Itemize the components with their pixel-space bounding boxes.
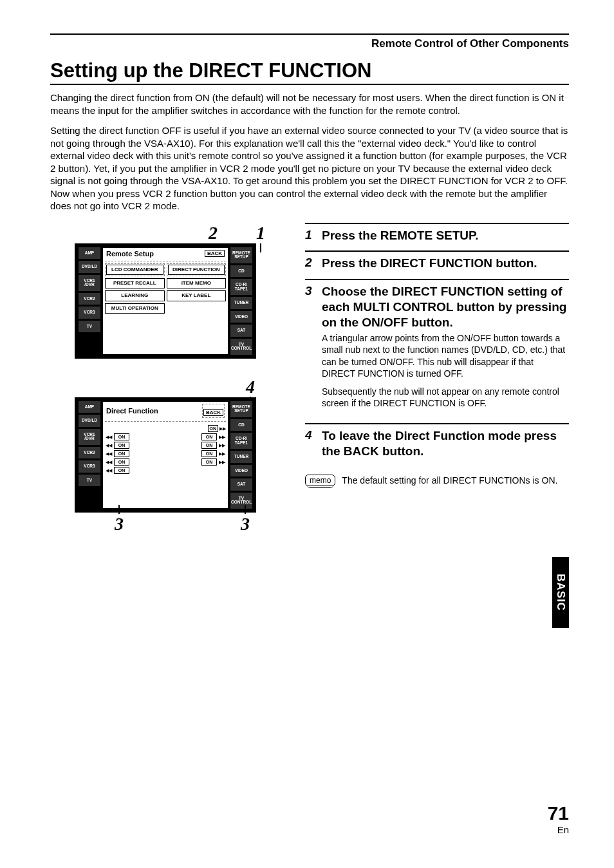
label-dvd-ld-2: DVD/LD — [79, 415, 100, 427]
nav-right[interactable]: ▶▶ — [218, 460, 226, 464]
label-amp-2: AMP — [79, 401, 100, 413]
nav-right[interactable]: ▶▶ — [218, 443, 226, 448]
on-toggle[interactable]: ON — [201, 433, 217, 440]
step-num-1: 1 — [305, 228, 317, 243]
on-toggle[interactable]: ON — [201, 458, 217, 466]
callout-3b: 3 — [241, 514, 250, 534]
back-button[interactable]: BACK — [205, 250, 225, 257]
remote-setup-diagram: AMP DVD/LD VCR1 /DVR VCR2 VCR3 TV Remote… — [75, 243, 256, 359]
page-lang: En — [557, 824, 569, 835]
screen1-title: Remote Setup — [106, 250, 154, 258]
chapter-heading: Remote Control of Other Components — [50, 33, 569, 50]
page-title: Setting up the DIRECT FUNCTION — [50, 59, 569, 85]
step-2: 2 Press the DIRECT FUNCTION button. — [305, 250, 569, 278]
label-tv-control: TV CONTROL — [230, 339, 252, 355]
on-toggle[interactable]: ON — [114, 458, 129, 466]
label-sat: SAT — [230, 325, 252, 337]
label-tv: TV — [79, 321, 100, 333]
label-video-2: VIDEO — [230, 465, 252, 477]
intro-para-1: Changing the direct function from ON (th… — [50, 91, 569, 117]
label-cdr-tape1: CD-R/ TAPE1 — [230, 279, 252, 295]
on-toggle[interactable]: ON — [114, 433, 129, 440]
label-amp: AMP — [79, 247, 100, 259]
nav-left[interactable]: ◀◀ — [105, 435, 113, 439]
step-head-1: Press the REMOTE SETUP. — [322, 228, 479, 243]
intro-text: Changing the direct function from ON (th… — [50, 91, 569, 212]
btn-preset-recall[interactable]: PRESET RECALL — [105, 278, 165, 288]
nav-left[interactable]: ◀◀ — [105, 451, 113, 456]
nav-left[interactable]: ◀◀ — [105, 443, 113, 448]
page-number: 71 — [548, 802, 569, 824]
step-3: 3 Choose the DIRECT FUNCTION setting of … — [305, 279, 569, 422]
on-toggle[interactable]: ON — [201, 442, 217, 449]
btn-multi-operation[interactable]: MULTI OPERATION — [105, 303, 165, 314]
label-vcr3: VCR3 — [79, 307, 100, 319]
memo-text: The default setting for all DIRECT FUNCT… — [342, 475, 557, 486]
callout-2: 2 — [209, 223, 218, 243]
nav-left[interactable]: ◀◀ — [105, 468, 113, 473]
label-tuner: TUNER — [230, 297, 252, 309]
screen2-title: Direct Function — [106, 407, 158, 415]
back-button-2[interactable]: BACK — [203, 409, 223, 416]
nav-right[interactable]: ▶▶ — [218, 435, 226, 439]
label-tv-control-2: TV CONTROL — [230, 493, 252, 509]
btn-key-label[interactable]: KEY LABEL — [167, 290, 227, 301]
nav-right[interactable]: ▶▶ — [218, 451, 226, 456]
callout-4: 4 — [246, 377, 255, 397]
label-vcr2: VCR2 — [79, 293, 100, 305]
label-tv-2: TV — [79, 475, 100, 487]
on-toggle[interactable]: ON — [114, 450, 129, 457]
intro-para-2: Setting the direct function OFF is usefu… — [50, 124, 569, 212]
figure-remote-setup: 2 1 AMP DVD/LD VCR1 /DVR VCR2 VCR3 TV — [75, 223, 287, 359]
label-cd: CD — [230, 265, 252, 278]
label-tuner-2: TUNER — [230, 451, 252, 463]
callout-1: 1 — [256, 223, 265, 243]
memo-icon: memo — [305, 475, 335, 486]
nav-right[interactable]: ▶▶ — [219, 426, 226, 431]
btn-item-memo[interactable]: ITEM MEMO — [167, 278, 227, 288]
step-3-body-1: A triangular arrow points from the ON/OF… — [322, 332, 569, 379]
step-head-3: Choose the DIRECT FUNCTION setting of ea… — [322, 284, 569, 330]
label-remote-setup[interactable]: REMOTE SETUP — [230, 247, 252, 263]
step-3-body-2: Subsequently the nub will not appear on … — [322, 386, 569, 409]
label-video: VIDEO — [230, 311, 252, 323]
btn-learning[interactable]: LEARNING — [105, 290, 165, 301]
label-dvd-ld: DVD/LD — [79, 261, 100, 273]
step-head-2: Press the DIRECT FUNCTION button. — [322, 256, 537, 271]
remote-direct-function-diagram: AMP DVD/LD VCR1 /DVR VCR2 VCR3 TV Direct… — [75, 397, 256, 513]
label-vcr1-dvr-2: VCR1 /DVR — [79, 429, 100, 445]
label-remote-setup-2: REMOTE SETUP — [230, 401, 252, 417]
on-toggle[interactable]: ON — [114, 467, 129, 474]
step-num-2: 2 — [305, 256, 317, 270]
side-tab-basic: BASIC — [552, 557, 569, 628]
step-1: 1 Press the REMOTE SETUP. — [305, 223, 569, 250]
step-num-4: 4 — [305, 428, 317, 443]
figure-direct-function: 4 AMP DVD/LD VCR1 /DVR VCR2 VCR3 TV — [75, 377, 287, 534]
memo-note: memo The default setting for all DIRECT … — [305, 475, 569, 486]
step-4: 4 To leave the Direct Function mode pres… — [305, 423, 569, 466]
nav-left[interactable]: ◀◀ — [105, 460, 113, 464]
callout-3a: 3 — [115, 514, 124, 534]
page-number-block: 71 En — [548, 802, 569, 836]
step-num-3: 3 — [305, 284, 317, 299]
btn-empty — [167, 303, 227, 314]
label-vcr1-dvr: VCR1 /DVR — [79, 275, 100, 291]
label-vcr3-2: VCR3 — [79, 460, 100, 473]
label-cdr-tape1-2: CD-R/ TAPE1 — [230, 433, 252, 449]
btn-lcd-commander[interactable]: LCD COMMANDER — [106, 265, 163, 275]
label-cd-2: CD — [230, 419, 252, 431]
step-head-4: To leave the Direct Function mode press … — [322, 428, 569, 459]
on-toggle[interactable]: ON — [208, 425, 219, 432]
label-vcr2-2: VCR2 — [79, 447, 100, 459]
label-sat-2: SAT — [230, 478, 252, 491]
on-toggle[interactable]: ON — [114, 442, 129, 449]
on-toggle[interactable]: ON — [201, 450, 217, 457]
btn-direct-function[interactable]: DIRECT FUNCTION — [168, 265, 225, 275]
